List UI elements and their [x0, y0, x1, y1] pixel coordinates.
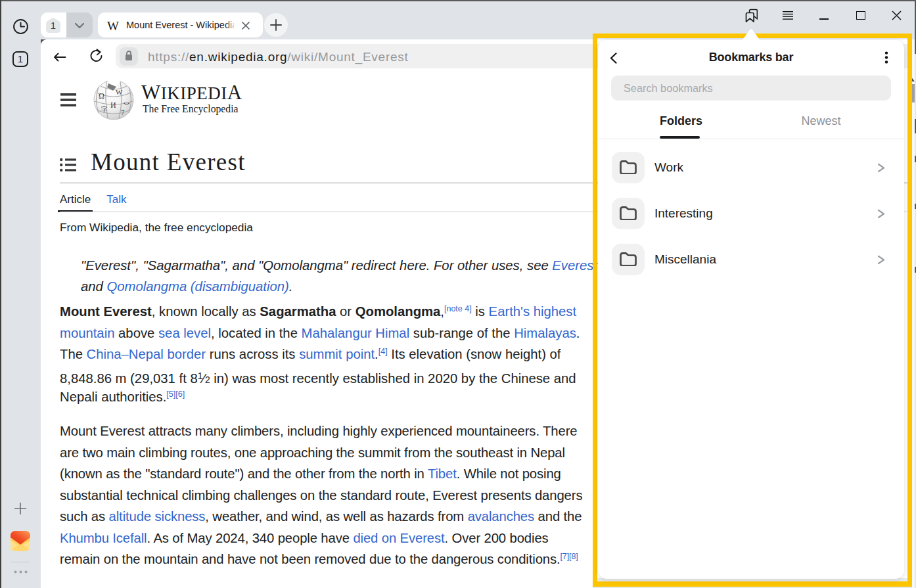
svg-text:W: W [116, 88, 123, 96]
svg-text:7: 7 [121, 108, 125, 116]
svg-text:И: И [110, 101, 116, 110]
svg-text:1: 1 [51, 20, 56, 31]
svg-text:Ω: Ω [99, 91, 104, 101]
svg-text:ت: ت [124, 99, 129, 106]
svg-text:字: 字 [101, 106, 108, 113]
